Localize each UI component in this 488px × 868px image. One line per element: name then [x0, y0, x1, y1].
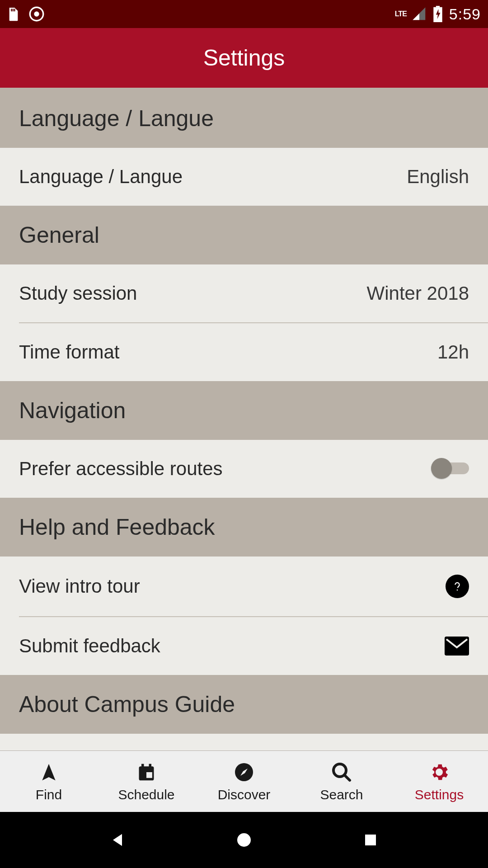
submit-feedback-label: Submit feedback [19, 635, 160, 657]
system-nav [0, 812, 488, 868]
status-right: LTE 5:59 [395, 5, 481, 23]
svg-point-14 [237, 833, 251, 847]
battery-icon [432, 6, 444, 22]
search-icon [330, 761, 353, 783]
accessible-routes-label: Prefer accessible routes [19, 458, 223, 480]
svg-rect-2 [14, 9, 15, 11]
settings-icon [428, 761, 450, 783]
bottom-nav: Find Schedule Discover Search Settings [0, 750, 488, 812]
status-time: 5:59 [449, 5, 481, 23]
sd-card-icon [7, 6, 20, 22]
nav-discover[interactable]: Discover [195, 751, 293, 812]
back-button[interactable] [104, 826, 131, 854]
section-header-language: Language / Langue [0, 89, 488, 148]
svg-point-4 [34, 11, 39, 16]
view-intro-tour-label: View intro tour [19, 576, 140, 597]
status-bar: LTE 5:59 [0, 0, 488, 28]
svg-rect-5 [436, 6, 440, 7]
home-button[interactable] [230, 826, 258, 854]
nav-search[interactable]: Search [293, 751, 390, 812]
time-format-label: Time format [19, 341, 119, 363]
settings-content[interactable]: Language / Langue Language / Langue Engl… [0, 88, 488, 756]
view-intro-tour-row[interactable]: View intro tour [0, 557, 488, 616]
toggle-knob [431, 458, 452, 479]
language-row[interactable]: Language / Langue English [0, 148, 488, 206]
accessible-routes-row[interactable]: Prefer accessible routes [0, 440, 488, 498]
study-session-value: Winter 2018 [367, 283, 469, 304]
section-header-label: Help and Feedback [19, 514, 215, 540]
nav-label: Search [320, 787, 363, 802]
status-left [7, 6, 44, 22]
section-header-about: About Campus Guide [0, 675, 488, 734]
nav-settings[interactable]: Settings [390, 751, 488, 812]
language-value: English [407, 166, 469, 188]
page-title: Settings [203, 45, 285, 71]
record-icon [29, 6, 44, 22]
lte-indicator: LTE [395, 11, 407, 17]
find-icon [38, 761, 60, 783]
section-header-label: Navigation [19, 397, 126, 424]
discover-icon [233, 761, 255, 783]
help-icon [446, 575, 469, 598]
time-format-value: 12h [437, 341, 469, 363]
svg-rect-9 [149, 764, 152, 768]
nav-schedule[interactable]: Schedule [98, 751, 195, 812]
svg-line-13 [344, 775, 350, 780]
app-bar: Settings [0, 28, 488, 88]
section-header-navigation: Navigation [0, 381, 488, 440]
nav-label: Find [36, 787, 62, 802]
section-header-general: General [0, 206, 488, 264]
signal-icon [412, 7, 427, 21]
svg-rect-1 [13, 9, 14, 11]
schedule-icon [135, 761, 158, 783]
nav-label: Schedule [118, 787, 174, 802]
nav-label: Discover [218, 787, 271, 802]
mail-icon [445, 637, 469, 656]
section-header-label: About Campus Guide [19, 691, 235, 717]
svg-rect-8 [141, 764, 144, 768]
submit-feedback-row[interactable]: Submit feedback [0, 617, 488, 675]
language-label: Language / Langue [19, 166, 183, 188]
section-header-help: Help and Feedback [0, 498, 488, 557]
time-format-row[interactable]: Time format 12h [0, 323, 488, 381]
study-session-label: Study session [19, 283, 137, 304]
section-header-label: Language / Langue [19, 105, 214, 132]
svg-rect-0 [11, 9, 12, 11]
nav-label: Settings [415, 787, 464, 802]
accessible-routes-toggle[interactable] [431, 460, 469, 478]
svg-rect-15 [365, 835, 376, 845]
nav-find[interactable]: Find [0, 751, 98, 812]
svg-rect-10 [146, 772, 152, 778]
study-session-row[interactable]: Study session Winter 2018 [0, 264, 488, 322]
section-header-label: General [19, 222, 99, 248]
recent-button[interactable] [357, 826, 384, 854]
